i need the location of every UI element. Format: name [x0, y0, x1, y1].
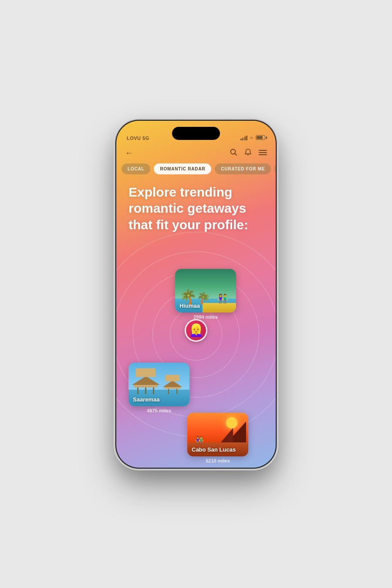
menu-icon[interactable] — [259, 149, 267, 158]
avatar-image: 👱‍♀️ — [189, 323, 204, 337]
cabo-image: 👫 Cabo San Lucas — [187, 413, 248, 456]
hiumaa-distance: 2984 miles — [175, 314, 236, 319]
signal-bar-2 — [242, 138, 243, 140]
saaremaa-label: Saaremaa — [133, 396, 159, 403]
bungalow2-roof — [163, 381, 182, 387]
tab-featured[interactable]: FEATURED — [274, 163, 276, 174]
tab-bar: LOCAL ROMANTIC RADAR CURATED FOR ME FEAT… — [116, 163, 276, 174]
bungalow2-stilts — [164, 389, 181, 394]
search-icon[interactable] — [230, 148, 237, 158]
svg-point-0 — [231, 150, 236, 154]
nav-bar: ← — [116, 143, 276, 163]
hero-section: Explore trending romantic getaways that … — [128, 184, 264, 233]
phone-wrapper: LOVU 5G ≈ ← — [105, 107, 287, 482]
signal-bars — [240, 135, 248, 140]
cabo-rock-small — [220, 428, 233, 443]
nav-icons — [230, 148, 267, 158]
tab-local[interactable]: LOCAL — [122, 163, 150, 174]
saaremaa-distance: 4975 miles — [128, 408, 189, 413]
tab-curated-for-me[interactable]: CURATED FOR ME — [215, 163, 271, 174]
status-icons: ≈ — [240, 135, 265, 141]
bell-icon[interactable] — [244, 148, 252, 158]
bungalow-platform — [134, 384, 158, 387]
cabo-label: Cabo San Lucas — [192, 446, 236, 453]
back-button[interactable]: ← — [125, 149, 133, 158]
bungalow-stilts — [134, 387, 158, 394]
bungalow2-platform — [164, 386, 181, 389]
bungalow-roof — [132, 376, 160, 385]
stilt2-1 — [168, 389, 169, 394]
bungalow-main — [134, 384, 158, 394]
phone-frame: LOVU 5G ≈ ← — [115, 120, 277, 469]
saaremaa-card[interactable]: Saaremaa 4975 miles — [128, 363, 189, 413]
signal-bar-4 — [246, 136, 247, 140]
bungalow-secondary — [164, 386, 181, 394]
bungalow-walls — [136, 368, 155, 377]
cabo-card[interactable]: 👫 Cabo San Lucas 5210 miles — [187, 413, 248, 463]
phone-screen: LOVU 5G ≈ ← — [116, 121, 276, 468]
stilt-1 — [137, 387, 139, 394]
battery-icon — [256, 135, 265, 140]
hiumaa-image: 🌴 🌴 👫 Hiumaa — [175, 269, 236, 313]
stilt-2 — [145, 387, 146, 394]
cabo-couple: 👫 — [195, 436, 204, 444]
wifi-icon: ≈ — [250, 135, 253, 141]
dynamic-island — [172, 127, 220, 140]
user-avatar[interactable]: 👱‍♀️ — [185, 319, 207, 342]
stilt-3 — [153, 387, 154, 394]
saaremaa-image: Saaremaa — [128, 363, 189, 406]
hiumaa-card[interactable]: 🌴 🌴 👫 Hiumaa 2984 miles — [175, 269, 236, 319]
signal-bar-3 — [244, 136, 246, 140]
hero-title: Explore trending romantic getaways that … — [128, 184, 264, 233]
hiumaa-label: Hiumaa — [179, 302, 200, 309]
svg-line-1 — [235, 154, 237, 156]
stilt2-2 — [176, 389, 177, 394]
carrier-label: LOVU 5G — [127, 136, 149, 141]
battery-fill — [257, 136, 263, 139]
couple-emoji: 👫 — [217, 293, 228, 304]
signal-bar-1 — [240, 139, 242, 140]
tab-romantic-radar[interactable]: ROMANTIC RADAR — [154, 163, 211, 174]
palm-tree-left: 🌴 — [179, 290, 197, 304]
bungalow2-walls — [166, 375, 179, 381]
cabo-distance: 5210 miles — [187, 458, 248, 463]
